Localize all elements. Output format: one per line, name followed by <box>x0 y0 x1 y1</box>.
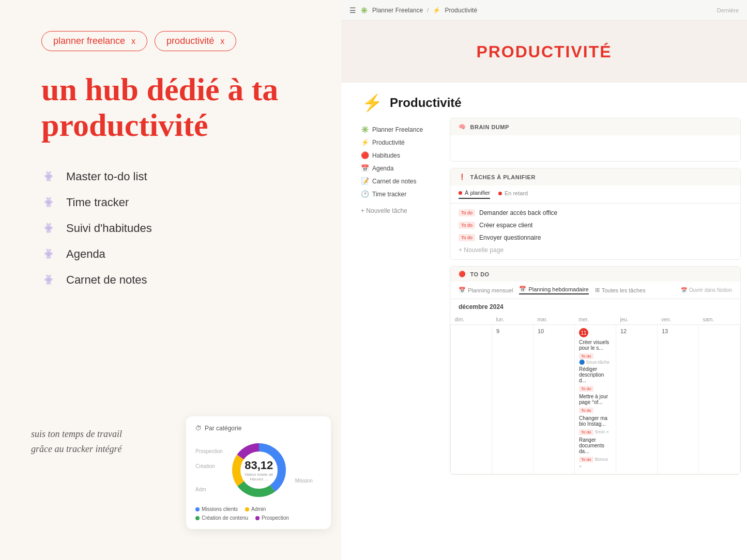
cal-event: Mettre à jour page °of... To do <box>579 394 612 414</box>
feature-habitudes: Suivi d'habitudes <box>41 221 310 236</box>
cal-badge: To do <box>579 408 593 413</box>
todo-icon: 🔴 <box>459 271 466 277</box>
cal-event-title: Rédiger description d... <box>579 366 612 383</box>
sidebar-new-task[interactable]: + Nouvelle tâche <box>357 205 439 217</box>
task-label: Envoyer questionnaire <box>479 234 541 241</box>
cal-cell-9[interactable]: 9 <box>492 325 533 474</box>
cal-date-today: 11 <box>579 328 588 337</box>
notion-body: ✳️ Planner Freelance ⚡ Productivité 🔴 Ha… <box>341 118 747 475</box>
cal-date: 10 <box>538 328 570 334</box>
cal-cell-11[interactable]: 11 Créer visuels pour le s... To do 🔵 So… <box>575 325 616 474</box>
sidebar-item-time-tracker[interactable]: 🕐 Time tracker <box>357 188 439 200</box>
svg-point-4 <box>47 278 51 282</box>
handwriting-text: suis ton temps de travail grâce au track… <box>31 427 122 457</box>
cal-day-header: sam. <box>699 315 740 325</box>
cal-event: Créer visuels pour le s... To do 🔵 Sous-… <box>579 339 612 365</box>
sidebar-item-carnet[interactable]: 📝 Carnet de notes <box>357 175 439 188</box>
task-row[interactable]: To do Demander accès back office <box>450 207 740 219</box>
cal-event: Ranger documents da... To do Bonus × <box>579 437 612 469</box>
calendar-grid: dim. lun. mar. mer. jeu. ven. sam. <box>450 315 740 474</box>
notion-topbar: ☰ ✳️ Planner Freelance / ⚡ Productivité … <box>341 0 747 21</box>
tab-planning-mensuel[interactable]: 📅 Planning mensuel <box>459 287 513 293</box>
notion-hero-banner: PRODUCTIVITÉ <box>341 21 747 83</box>
tab-planning-hebdo[interactable]: 📅 Planning hebdomadaire <box>519 286 588 294</box>
add-new-page[interactable]: + Nouvelle page <box>450 244 740 256</box>
sidebar-label: Planner Freelance <box>372 126 423 133</box>
tab-dot <box>498 192 502 195</box>
todo-section: 🔴 TO DO 📅 Planning mensuel 📅 Planning he… <box>450 266 741 475</box>
feature-label: Agenda <box>66 247 105 261</box>
legend-prospection: Prospection <box>255 515 289 521</box>
flower-icon-1 <box>41 169 56 184</box>
breadcrumb-productivite[interactable]: Productivité <box>445 7 477 14</box>
tag-planner-freelance[interactable]: planner freelance x <box>41 31 147 51</box>
tab-en-retard[interactable]: En retard <box>498 190 528 199</box>
task-tabs-row: À planifier En retard <box>450 185 740 204</box>
cal-date: 12 <box>620 328 653 334</box>
calendar-month: décembre 2024 <box>450 299 740 315</box>
feature-label: Master to-do list <box>66 170 147 183</box>
task-label: Créer espace client <box>479 222 532 229</box>
legend-dot-admin <box>245 507 249 511</box>
sidebar-item-agenda[interactable]: 📅 Agenda <box>357 162 439 175</box>
task-row[interactable]: To do Envoyer questionnaire <box>450 231 740 244</box>
task-row[interactable]: To do Créer espace client <box>450 219 740 231</box>
sidebar-label: Agenda <box>372 165 393 172</box>
cal-cell-12[interactable]: 12 <box>616 325 658 474</box>
legend-label: Admin <box>251 506 266 512</box>
breadcrumb-planner[interactable]: Planner Freelance <box>372 7 423 14</box>
donut-labels-right: Mission <box>295 457 313 484</box>
bolt-icon-breadcrumb: ⚡ <box>433 7 440 14</box>
tag-remove-productivite[interactable]: x <box>220 37 224 46</box>
tab-icon: 📅 <box>459 287 466 293</box>
sidebar-label: Habitudes <box>372 152 400 159</box>
feature-label: Carnet de notes <box>66 273 147 287</box>
sidebar-item-productivite[interactable]: ⚡ Productivité <box>357 136 439 149</box>
brain-dump-icon: 🧠 <box>459 123 466 130</box>
task-badge: To do <box>459 234 475 241</box>
tasks-icon: ❗ <box>459 174 466 180</box>
sidebar-icon: 📅 <box>361 164 369 172</box>
tag-label: planner freelance <box>53 36 125 46</box>
cal-event: Changer ma bio Instag... To do 5min × <box>579 415 612 435</box>
feature-agenda: Agenda <box>41 247 310 261</box>
hamburger-icon[interactable]: ☰ <box>349 6 356 14</box>
cal-day-header: dim. <box>451 315 492 325</box>
legend-label: Prospection <box>262 515 289 521</box>
tab-icon: ⊞ <box>595 287 600 293</box>
page-icon: ⚡ <box>362 93 383 113</box>
feature-label: Time tracker <box>66 196 129 209</box>
legend-creation: Création de contenu <box>195 515 248 521</box>
cal-day-header: lun. <box>492 315 533 325</box>
task-rows: To do Demander accès back office To do C… <box>450 204 740 259</box>
tab-label: En retard <box>505 190 528 196</box>
notion-hero-title: PRODUCTIVITÉ <box>476 42 612 61</box>
cal-event-title: Créer visuels pour le s... <box>579 339 612 351</box>
chart-title: ⏱ Par catégorie <box>195 425 322 432</box>
legend-dot-prospection <box>255 516 260 520</box>
tab-label: Planning mensuel <box>468 287 513 293</box>
legend-admin: Admin <box>245 506 266 512</box>
page-title: Productivité <box>390 96 462 110</box>
brain-dump-area[interactable] <box>450 135 740 161</box>
cal-date: 13 <box>662 328 694 334</box>
todo-header: 🔴 TO DO <box>450 267 740 282</box>
sidebar-item-planner[interactable]: ✳️ Planner Freelance <box>357 123 439 136</box>
open-in-notion[interactable]: 📅 Ouvrir dans Notion <box>681 287 732 293</box>
tab-toutes-taches[interactable]: ⊞ Toutes les tâches <box>595 287 646 293</box>
tag-productivite[interactable]: productivité x <box>155 31 236 51</box>
open-notion-icon: 📅 <box>681 287 687 293</box>
flower-icon-5 <box>41 273 56 287</box>
sidebar-item-habitudes[interactable]: 🔴 Habitudes <box>357 149 439 162</box>
tag-remove-planner[interactable]: x <box>131 37 135 46</box>
cal-cell-10[interactable]: 10 <box>533 325 575 474</box>
cal-cell-empty-2 <box>699 325 740 474</box>
donut-value: 83,12 <box>243 459 275 472</box>
cal-cell-13[interactable]: 13 <box>658 325 699 474</box>
todo-view-tabs: 📅 Planning mensuel 📅 Planning hebdomadai… <box>450 282 740 299</box>
tab-a-planifier[interactable]: À planifier <box>459 190 490 199</box>
last-label: Dernière <box>717 7 739 13</box>
flower-icon-2 <box>41 195 56 210</box>
topbar-left: ☰ ✳️ Planner Freelance / ⚡ Productivité <box>349 6 477 14</box>
donut-subtitle: Valeur totale de Heures ... <box>243 472 275 481</box>
